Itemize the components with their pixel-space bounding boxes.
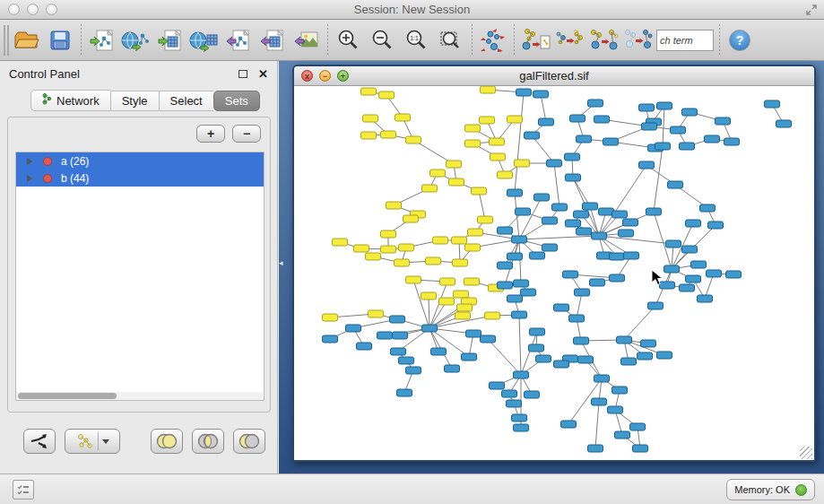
- open-session-button[interactable]: [9, 23, 43, 57]
- network-node[interactable]: [431, 348, 447, 355]
- network-node[interactable]: [700, 204, 716, 212]
- network-node-selected[interactable]: [406, 276, 421, 283]
- import-table-url-button[interactable]: [187, 23, 221, 57]
- network-node[interactable]: [445, 365, 460, 372]
- network-node[interactable]: [590, 279, 605, 286]
- network-node[interactable]: [577, 135, 592, 143]
- network-node[interactable]: [570, 115, 585, 122]
- network-node[interactable]: [657, 352, 672, 359]
- network-node[interactable]: [399, 357, 414, 364]
- network-diff-report-button[interactable]: [518, 23, 552, 57]
- network-node[interactable]: [646, 208, 662, 215]
- network-node-selected[interactable]: [452, 237, 467, 244]
- network-node-selected[interactable]: [333, 239, 348, 246]
- tab-select[interactable]: Select: [159, 91, 213, 111]
- network-node[interactable]: [603, 138, 619, 145]
- network-fade-button[interactable]: [620, 23, 655, 57]
- disclosure-triangle-icon[interactable]: [27, 158, 32, 165]
- network-node-selected[interactable]: [480, 117, 495, 124]
- network-node-selected[interactable]: [472, 187, 487, 195]
- network-node[interactable]: [664, 265, 680, 273]
- tab-style[interactable]: Style: [110, 91, 159, 111]
- network-node[interactable]: [633, 445, 648, 452]
- network-node[interactable]: [466, 330, 481, 337]
- network-node[interactable]: [498, 282, 513, 289]
- network-node[interactable]: [574, 337, 589, 344]
- network-node-selected[interactable]: [454, 291, 469, 298]
- network-node[interactable]: [512, 414, 527, 421]
- network-node[interactable]: [393, 332, 408, 339]
- network-node[interactable]: [765, 100, 780, 108]
- frame-maximize-button[interactable]: +: [337, 70, 349, 82]
- network-node[interactable]: [498, 227, 513, 234]
- network-node-selected[interactable]: [421, 292, 437, 300]
- network-node[interactable]: [536, 355, 551, 362]
- frame-resize-grip[interactable]: [800, 447, 812, 459]
- network-node[interactable]: [547, 160, 562, 167]
- network-node-selected[interactable]: [453, 259, 468, 266]
- zoom-actual-size-button[interactable]: 1:1: [400, 23, 434, 57]
- import-network-file-button[interactable]: [85, 23, 119, 57]
- network-node[interactable]: [516, 208, 531, 215]
- network-node[interactable]: [612, 211, 628, 218]
- network-node-selected[interactable]: [449, 178, 464, 186]
- network-node-selected[interactable]: [464, 278, 480, 285]
- network-node[interactable]: [668, 181, 683, 188]
- network-frame-titlebar[interactable]: x − + galFiltered.sif: [294, 66, 814, 86]
- network-node[interactable]: [391, 348, 406, 355]
- zoom-out-button[interactable]: [366, 23, 400, 57]
- network-node[interactable]: [575, 289, 590, 296]
- network-node[interactable]: [542, 244, 558, 251]
- float-panel-icon[interactable]: [239, 70, 247, 78]
- network-node[interactable]: [776, 120, 792, 127]
- disclosure-triangle-icon[interactable]: [27, 175, 32, 182]
- tab-sets[interactable]: Sets: [213, 91, 260, 111]
- network-node[interactable]: [357, 343, 372, 350]
- task-history-button[interactable]: [13, 480, 34, 500]
- network-node[interactable]: [671, 126, 686, 134]
- network-node[interactable]: [592, 398, 607, 405]
- network-node[interactable]: [502, 390, 517, 397]
- network-node-selected[interactable]: [490, 153, 506, 161]
- network-node[interactable]: [648, 302, 664, 309]
- network-node[interactable]: [639, 104, 655, 111]
- scrollbar-thumb[interactable]: [18, 393, 117, 399]
- network-node-selected[interactable]: [395, 114, 411, 121]
- search-input[interactable]: [656, 30, 714, 51]
- network-node[interactable]: [529, 344, 544, 352]
- network-node-selected[interactable]: [426, 257, 441, 265]
- network-node[interactable]: [512, 311, 527, 318]
- network-node[interactable]: [514, 371, 529, 378]
- extract-set-dropdown-button[interactable]: [65, 429, 120, 454]
- network-frame[interactable]: x − + galFiltered.sif: [292, 65, 816, 462]
- network-merge-button[interactable]: [552, 23, 586, 57]
- network-node[interactable]: [521, 289, 536, 296]
- network-node[interactable]: [588, 445, 603, 452]
- network-node-selected[interactable]: [498, 171, 513, 178]
- network-node[interactable]: [708, 222, 724, 229]
- network-node[interactable]: [680, 284, 695, 291]
- network-node-selected[interactable]: [430, 169, 446, 177]
- network-node-selected[interactable]: [361, 132, 377, 139]
- network-node[interactable]: [619, 230, 634, 237]
- network-node-selected[interactable]: [379, 91, 395, 99]
- network-node[interactable]: [686, 220, 701, 227]
- network-node-selected[interactable]: [485, 312, 500, 319]
- network-node[interactable]: [422, 325, 438, 332]
- network-node[interactable]: [530, 328, 545, 335]
- network-node-selected[interactable]: [440, 278, 455, 285]
- zoom-fit-button[interactable]: [434, 23, 468, 57]
- network-node[interactable]: [680, 143, 695, 150]
- network-node-selected[interactable]: [366, 253, 381, 260]
- network-node-selected[interactable]: [406, 136, 421, 143]
- network-node-selected[interactable]: [507, 116, 523, 123]
- network-node-selected[interactable]: [490, 138, 505, 145]
- network-node-selected[interactable]: [381, 230, 396, 238]
- network-node[interactable]: [592, 232, 607, 239]
- network-node[interactable]: [530, 252, 545, 259]
- memory-status-button[interactable]: Memory: OK: [726, 479, 815, 500]
- frame-minimize-button[interactable]: −: [319, 70, 331, 82]
- network-node[interactable]: [554, 361, 569, 368]
- network-node[interactable]: [578, 356, 594, 363]
- network-node-selected[interactable]: [465, 125, 481, 132]
